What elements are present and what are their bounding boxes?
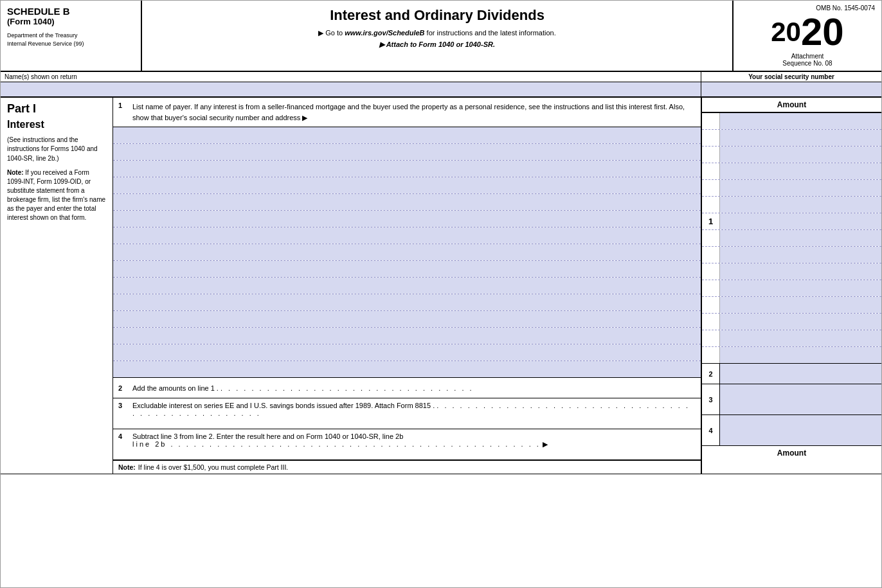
year-display: 2020 (740, 13, 875, 51)
amt-field-12[interactable] (720, 297, 881, 313)
input-line-10[interactable] (113, 278, 701, 294)
tax-form-page: SCHEDULE B (Form 1040) Department of the… (0, 0, 882, 588)
amt-line2-num: 2 (702, 364, 720, 384)
amt-field-4[interactable] (720, 163, 881, 179)
amt-num-1: 1 (702, 213, 720, 229)
input-line-2[interactable] (113, 144, 701, 161)
amt-line3-num: 3 (702, 384, 720, 414)
schedule-title: SCHEDULE B (7, 6, 134, 17)
input-line-3[interactable] (113, 161, 701, 177)
amt-field-line3[interactable] (720, 384, 881, 414)
sidebar-note: Note: If you received a Form 1099-INT, F… (7, 168, 106, 222)
amt-field-8[interactable] (720, 230, 881, 246)
instructions: ▶ Go to www.irs.gov/ScheduleB for instru… (155, 28, 719, 50)
line3-description: Excludable interest on series EE and I U… (132, 402, 696, 417)
line2-dots: . . . . . . . . . . . . . . . . . . . . … (221, 384, 474, 392)
header-left: SCHEDULE B (Form 1040) Department of the… (1, 1, 142, 71)
name-section: Name(s) shown on return (1, 72, 701, 96)
amt-line-1 (702, 113, 881, 130)
amt-num-blank8 (702, 230, 720, 246)
amt-line4-row: 4 (702, 415, 881, 446)
bottom-note-bar: Note: If line 4 is over $1,500, you must… (113, 460, 701, 474)
line1-inputs (113, 127, 701, 378)
amt-field-7[interactable] (720, 213, 881, 229)
amt-num-blank3 (702, 147, 720, 163)
amt-line-2 (702, 130, 881, 147)
line3-row: 3 Excludable interest on series EE and I… (113, 398, 701, 429)
part-subtitle: Interest (7, 117, 106, 132)
amt-field-3[interactable] (720, 147, 881, 163)
amt-line-7: 1 (702, 213, 881, 230)
input-line-9[interactable] (113, 261, 701, 278)
amt-line4-num: 4 (702, 415, 720, 445)
amt-field-5[interactable] (720, 180, 881, 196)
amt-num-blank2 (702, 130, 720, 146)
amt-field-line4[interactable] (720, 415, 881, 445)
note2-label: Note: (118, 463, 136, 471)
input-line-4[interactable] (113, 177, 701, 194)
line1-header: 1 List name of payer. If any interest is… (113, 98, 701, 127)
input-line-13[interactable] (113, 328, 701, 344)
amt-line-14 (702, 330, 881, 347)
see-instructions: (See instructions and the instructions f… (7, 136, 106, 164)
amt-field-10[interactable] (720, 263, 881, 280)
amt-num-blank (702, 113, 720, 129)
year-20-left: 20 (771, 19, 801, 46)
note-label: Note: (7, 169, 24, 176)
amt-line-4 (702, 163, 881, 180)
part-title: Part I (7, 103, 106, 116)
input-line-12[interactable] (113, 311, 701, 328)
amt-line-8 (702, 230, 881, 247)
input-line-14[interactable] (113, 344, 701, 361)
input-line-8[interactable] (113, 244, 701, 261)
amt-line-5 (702, 180, 881, 197)
note2-text: If line 4 is over $1,500, you must compl… (138, 463, 288, 471)
line4-number: 4 (118, 432, 127, 440)
ssn-input[interactable] (701, 82, 881, 96)
name-input[interactable] (1, 82, 701, 96)
input-line-5[interactable] (113, 194, 701, 211)
amt-field-2[interactable] (720, 130, 881, 146)
amt-num-blank5 (702, 180, 720, 196)
amt-field-line2[interactable] (720, 364, 881, 384)
line4-description: Subtract line 3 from line 2. Enter the r… (132, 432, 696, 449)
amt-line-12 (702, 297, 881, 314)
amount-column: Amount (701, 98, 881, 474)
input-line-11[interactable] (113, 294, 701, 311)
department-text: Department of the Treasury Internal Reve… (7, 31, 134, 48)
amt-field-6[interactable] (720, 197, 881, 213)
line2-description: Add the amounts on line 1 . . . . . . . … (132, 384, 696, 392)
line1-number: 1 (118, 102, 127, 123)
amt-line-15 (702, 347, 881, 364)
amt-field-13[interactable] (720, 314, 881, 330)
amount-footer-label: Amount (702, 446, 881, 460)
left-sidebar: Part I Interest (See instructions and th… (1, 98, 113, 474)
header-right: OMB No. 1545-0074 2020 Attachment Sequen… (734, 1, 881, 71)
amount-input-lines: 1 (702, 113, 881, 364)
name-ssn-row: Name(s) shown on return Your social secu… (1, 72, 881, 98)
input-line-15[interactable] (113, 361, 701, 378)
amt-num-blank10 (702, 263, 720, 280)
amt-line-13 (702, 314, 881, 330)
amt-field-15[interactable] (720, 347, 881, 363)
line4-dots: line 2b . . . . . . . . . . . . . . . . … (132, 440, 541, 448)
line3-number: 3 (118, 402, 127, 409)
amt-line-10 (702, 263, 881, 280)
attachment-text: Attachment Sequence No. 08 (740, 53, 875, 67)
line4-arrow: ▶ (543, 440, 548, 448)
amt-line3-row: 3 (702, 384, 881, 415)
ssn-section: Your social security number (701, 72, 881, 96)
input-line-7[interactable] (113, 227, 701, 244)
amt-num-blank4 (702, 163, 720, 179)
amount-header: Amount (702, 98, 881, 113)
note-body: If you received a Form 1099-INT, Form 10… (7, 169, 105, 221)
input-line-1[interactable] (113, 127, 701, 144)
amt-field-1[interactable] (720, 113, 881, 129)
amt-line-9 (702, 247, 881, 263)
line2-row: 2 Add the amounts on line 1 . . . . . . … (113, 378, 701, 398)
amt-field-14[interactable] (720, 330, 881, 346)
amt-field-11[interactable] (720, 280, 881, 296)
input-line-6[interactable] (113, 211, 701, 227)
amt-field-9[interactable] (720, 247, 881, 263)
main-title: Interest and Ordinary Dividends (155, 7, 719, 24)
